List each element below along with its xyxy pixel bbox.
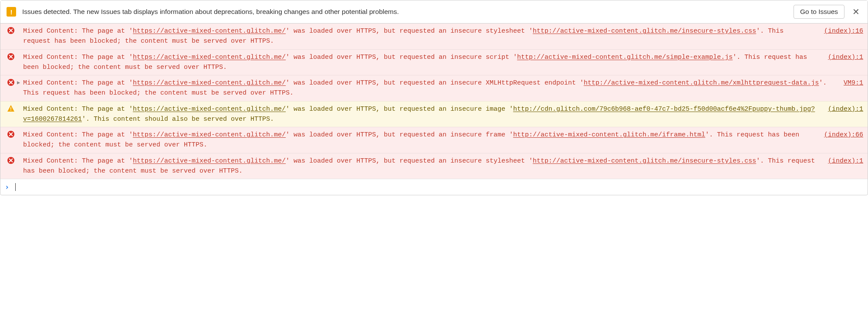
console-message-list: Mixed Content: The page at 'https://acti… — [0, 24, 868, 179]
console-message: ▶Mixed Content: The page at 'https://act… — [0, 75, 868, 101]
message-text: Mixed Content: The page at 'https://acti… — [23, 78, 839, 99]
source-link[interactable]: (index):16 — [820, 26, 863, 36]
console-message: Mixed Content: The page at 'https://acti… — [0, 101, 868, 127]
source-link[interactable]: (index):1 — [824, 52, 863, 62]
message-url[interactable]: https://active-mixed-content.glitch.me/ — [133, 27, 286, 35]
console-message: Mixed Content: The page at 'https://acti… — [0, 127, 868, 153]
message-url[interactable]: https://active-mixed-content.glitch.me/ — [133, 131, 286, 139]
error-icon — [5, 130, 17, 138]
expand-toggle-icon — [17, 26, 23, 27]
issues-bar-text: Issues detected. The new Issues tab disp… — [22, 8, 787, 16]
warning-icon — [5, 104, 17, 112]
console-message: Mixed Content: The page at 'https://acti… — [0, 153, 868, 179]
message-url[interactable]: https://active-mixed-content.glitch.me/ — [133, 79, 286, 87]
error-icon — [5, 156, 17, 164]
message-url[interactable]: https://active-mixed-content.glitch.me/ — [133, 157, 286, 165]
expand-toggle-icon — [17, 104, 23, 105]
message-url[interactable]: http://active-mixed-content.glitch.me/in… — [533, 27, 756, 35]
error-icon — [5, 78, 17, 86]
source-link[interactable]: VM9:1 — [839, 78, 863, 88]
message-url[interactable]: http://active-mixed-content.glitch.me/si… — [517, 54, 733, 61]
message-text: Mixed Content: The page at 'https://acti… — [23, 130, 820, 150]
message-url[interactable]: https://active-mixed-content.glitch.me/ — [133, 54, 286, 61]
message-text: Mixed Content: The page at 'https://acti… — [23, 156, 824, 177]
console-prompt[interactable]: › — [0, 179, 868, 195]
message-text: Mixed Content: The page at 'https://acti… — [23, 104, 824, 125]
message-url[interactable]: http://active-mixed-content.glitch.me/in… — [533, 157, 756, 165]
console-message: Mixed Content: The page at 'https://acti… — [0, 49, 868, 75]
source-link[interactable]: (index):66 — [820, 130, 863, 140]
expand-toggle-icon — [17, 156, 23, 157]
expand-toggle-icon[interactable]: ▶ — [17, 78, 23, 87]
message-url[interactable]: http://active-mixed-content.glitch.me/if… — [513, 131, 705, 139]
issues-badge-icon: ! — [7, 7, 16, 17]
message-text: Mixed Content: The page at 'https://acti… — [23, 52, 824, 73]
expand-toggle-icon — [17, 130, 23, 131]
source-link[interactable]: (index):1 — [824, 104, 863, 114]
source-link[interactable]: (index):1 — [824, 156, 863, 166]
message-text: Mixed Content: The page at 'https://acti… — [23, 26, 820, 47]
go-to-issues-button[interactable]: Go to Issues — [794, 5, 844, 19]
expand-toggle-icon — [17, 52, 23, 53]
console-message: Mixed Content: The page at 'https://acti… — [0, 24, 868, 49]
message-url[interactable]: http://active-mixed-content.glitch.me/xm… — [584, 79, 819, 87]
error-icon — [5, 52, 17, 60]
issues-bar: ! Issues detected. The new Issues tab di… — [0, 0, 868, 24]
message-url[interactable]: https://active-mixed-content.glitch.me/ — [133, 105, 286, 113]
console-panel: ! Issues detected. The new Issues tab di… — [0, 0, 868, 195]
prompt-chevron-icon: › — [5, 183, 15, 191]
prompt-caret — [15, 183, 16, 191]
error-icon — [5, 26, 17, 34]
close-icon[interactable]: ✕ — [851, 7, 861, 17]
